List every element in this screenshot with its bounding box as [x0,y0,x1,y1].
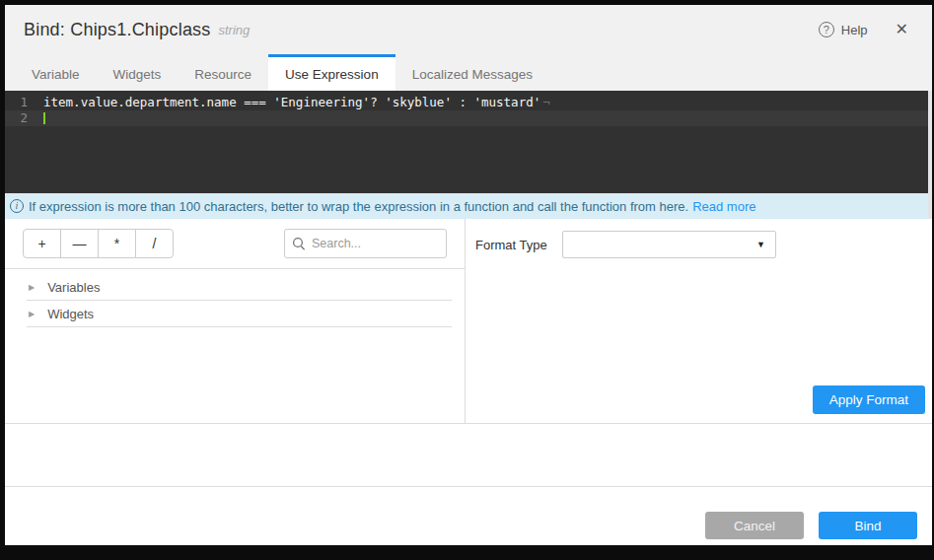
apply-format-button[interactable]: Apply Format [813,385,925,414]
line-number-2: 2 [5,110,37,126]
text-cursor [43,112,45,124]
close-icon[interactable]: ✕ [896,22,908,37]
editor-section: 1 item.value.department.name === 'Engine… [5,91,932,219]
bind-button[interactable]: Bind [819,512,917,539]
tab-widgets[interactable]: Widgets [97,54,179,91]
search-box [284,229,447,258]
tree-item-widgets[interactable]: ▶ Widgets [5,301,465,326]
search-icon [292,237,306,250]
format-panel: Format Type ▼ Apply Format [466,219,932,423]
modal-overlay-frame: Bind: Chips1.Chipclass string ? Help ✕ V… [0,0,934,560]
eol-marker-icon: ¬ [542,95,550,109]
format-type-row: Format Type ▼ [475,231,932,258]
cancel-button[interactable]: Cancel [705,512,804,539]
tree-item-label: Widgets [47,307,94,321]
expression-toolbar: + — * / [5,219,465,268]
type-badge: string [219,23,251,37]
operator-multiply-button[interactable]: * [98,229,136,258]
read-more-link[interactable]: Read more [692,199,755,214]
code-line-2 [37,110,45,126]
page-title: Bind: Chips1.Chipclass [24,20,211,40]
info-icon: i [10,199,24,213]
help-label: Help [841,23,868,37]
help-icon: ? [819,22,834,37]
editor-line-1: 1 item.value.department.name === 'Engine… [5,95,928,110]
expression-editor[interactable]: 1 item.value.department.name === 'Engine… [5,91,928,193]
editor-line-2: 2 [5,110,928,126]
expression-helper-panel: + — * / ▶ [5,219,466,423]
code-line-1: item.value.department.name === 'Engineer… [37,95,550,110]
operators-group: + — * / [23,229,174,258]
tree-item-label: Variables [47,280,100,295]
chevron-right-icon: ▶ [29,310,35,318]
tab-use-expression[interactable]: Use Expression [268,54,395,91]
operator-divide-button[interactable]: / [135,229,174,258]
middle-band: + — * / ▶ [5,219,932,424]
chevron-right-icon: ▶ [29,283,35,292]
info-bar: i If expression is more than 100 charact… [5,193,928,219]
tab-resource[interactable]: Resource [178,54,268,91]
tree-item-variables[interactable]: ▶ Variables [5,274,465,300]
empty-band [5,424,932,487]
info-text: If expression is more than 100 character… [29,199,688,214]
dropdown-arrow-icon: ▼ [756,240,765,249]
tab-bar: Variable Widgets Resource Use Expression… [5,54,932,91]
tab-localized-messages[interactable]: Localized Messages [395,54,549,91]
operator-minus-button[interactable]: — [60,229,99,258]
line-number-1: 1 [5,95,37,110]
help-button[interactable]: ? Help [819,22,868,37]
binding-source-tree: ▶ Variables ▶ Widgets [5,268,465,423]
expression-text: item.value.department.name === 'Engineer… [43,95,540,109]
operator-plus-button[interactable]: + [23,229,61,258]
dialog-footer: Cancel Bind [5,487,932,545]
bind-dialog: Bind: Chips1.Chipclass string ? Help ✕ V… [5,5,932,545]
dialog-header: Bind: Chips1.Chipclass string ? Help ✕ [5,5,932,54]
format-type-label: Format Type [475,238,562,252]
tab-variable[interactable]: Variable [15,54,97,91]
tree-separator [27,326,452,327]
search-input[interactable] [284,229,447,258]
format-type-select[interactable]: ▼ [562,231,776,258]
